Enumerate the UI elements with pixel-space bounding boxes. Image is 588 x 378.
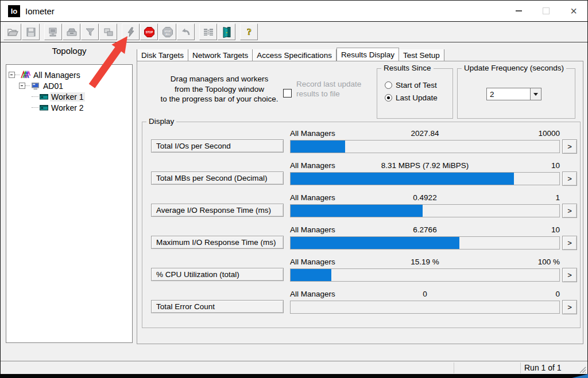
expand-row-button[interactable]: > (562, 139, 577, 154)
tree-connector (25, 85, 30, 87)
drag-hint-line: Drag managers and workers (143, 74, 296, 84)
exit-icon (222, 26, 232, 38)
tree-connector (32, 96, 38, 98)
collapse-icon[interactable] (19, 83, 25, 89)
drag-hint-line: from the Topology window (143, 84, 296, 95)
metric-select-button[interactable]: Total I/Os per Second (151, 139, 284, 153)
metric-select-button[interactable]: Total Error Count (151, 300, 284, 313)
topology-panel: Topology All ManagersAD01Worker 1Worker … (5, 45, 134, 344)
expand-row-button[interactable]: > (562, 300, 577, 314)
expand-row-button[interactable]: > (562, 268, 577, 282)
stop-test-button[interactable]: STOP (140, 24, 158, 40)
update-frequency-value: 2 (487, 90, 530, 99)
metric-select-button[interactable]: Maximum I/O Response Time (ms) (151, 236, 284, 249)
metric-select-button[interactable]: % CPU Utilization (total) (151, 268, 284, 281)
move-workers-button (199, 24, 217, 40)
tree-item-ad01[interactable]: AD01 (6, 80, 132, 91)
new-disk-worker-button (63, 24, 80, 40)
dropdown-button[interactable] (530, 88, 541, 100)
tab-test-setup[interactable]: Test Setup (399, 49, 444, 61)
progress-fill (291, 141, 345, 153)
drag-hint: Drag managers and workers from the Topol… (143, 74, 296, 104)
close-icon: × (570, 5, 577, 17)
chevron-down-icon (533, 93, 538, 96)
maximize-icon (543, 7, 550, 14)
results-since-title: Results Since (381, 64, 434, 72)
progress-fill (291, 173, 514, 185)
status-divider (520, 363, 521, 373)
metric-select-button[interactable]: Total MBs per Second (Decimal) (151, 172, 284, 185)
new-manager-button (44, 24, 62, 40)
collapse-icon[interactable] (9, 72, 15, 78)
expand-row-button[interactable]: > (562, 204, 577, 218)
radio-icon (385, 94, 392, 102)
row-max: 10 (290, 225, 560, 234)
results-since-group: Results Since Start of Test Last Update (377, 68, 453, 119)
radio-start-of-test-label: Start of Test (396, 81, 437, 89)
topology-title: Topology (5, 46, 134, 56)
results-display-page: Drag managers and workers from the Topol… (137, 61, 583, 344)
tab-disk-targets[interactable]: Disk Targets (137, 49, 188, 61)
row-max: 10000 (290, 129, 560, 138)
start-tests-button (122, 24, 140, 40)
progress-bar[interactable] (290, 236, 560, 250)
update-frequency-select[interactable]: 2 (486, 88, 541, 100)
drag-hint-line: to the progress bar of your choice. (143, 94, 296, 104)
close-button[interactable]: × (560, 1, 587, 21)
maximize-button[interactable] (532, 1, 560, 21)
help-button[interactable]: ? (240, 24, 258, 40)
resize-grip[interactable] (578, 365, 586, 373)
status-divider (454, 363, 454, 373)
progress-bar[interactable] (290, 268, 560, 282)
tree-item-worker-2[interactable]: Worker 2 (6, 102, 132, 113)
stop-test-icon: STOP (144, 26, 155, 38)
new-disk-worker-icon (66, 27, 78, 37)
tab-results-display[interactable]: Results Display (336, 48, 399, 61)
minimize-icon (516, 10, 522, 11)
open-config-button (3, 24, 21, 40)
tree-item-all-managers[interactable]: All Managers (6, 69, 132, 80)
progress-bar[interactable] (290, 301, 560, 314)
reset-workers-icon (181, 27, 191, 37)
progress-bar[interactable] (290, 204, 560, 217)
topology-tree: All ManagersAD01Worker 1Worker 2 (6, 64, 133, 343)
result-row: All Managers6.276610Maximum I/O Response… (142, 225, 580, 255)
row-max: 1 (290, 193, 560, 202)
progress-bar[interactable] (290, 172, 560, 185)
exit-button[interactable] (218, 24, 235, 40)
record-results-label: Record last update results to file (296, 79, 370, 99)
row-max: 0 (290, 290, 560, 298)
row-max: 100 % (290, 258, 560, 266)
minimize-button[interactable] (505, 1, 532, 21)
duplicate-worker-icon (103, 27, 114, 37)
result-row: All Managers15.19 %100 %% CPU Utilizatio… (142, 258, 580, 287)
run-status: Run 1 of 1 (524, 363, 562, 372)
progress-fill (291, 269, 331, 281)
tree-item-label: Worker 2 (50, 103, 85, 112)
expand-row-button[interactable]: > (562, 236, 577, 250)
progress-bar[interactable] (290, 140, 560, 153)
reset-workers-button (177, 24, 195, 40)
radio-start-of-test[interactable]: Start of Test (385, 81, 437, 89)
record-results-checkbox (283, 89, 292, 98)
display-group: Display All Managers2027.8410000Total I/… (142, 122, 581, 328)
svg-text:STOP: STOP (145, 30, 152, 33)
worker-icon (40, 93, 48, 100)
result-row: All Managers8.31 MBPS (7.92 MiBPS)10Tota… (142, 161, 580, 191)
tab-access-specifications[interactable]: Access Specifications (253, 49, 336, 61)
save-config-button (22, 24, 40, 40)
stop-all-tests-icon: STOPALL (162, 26, 173, 38)
save-config-icon (26, 27, 36, 37)
title-bar: Io Iometer × (1, 1, 587, 22)
expand-row-button[interactable]: > (562, 172, 577, 186)
start-tests-icon (126, 27, 136, 37)
tab-network-targets[interactable]: Network Targets (188, 49, 253, 61)
radio-last-update[interactable]: Last Update (385, 93, 438, 102)
all-managers-icon (21, 71, 30, 79)
radio-icon (385, 81, 392, 89)
duplicate-worker-button (99, 24, 117, 40)
metric-select-button[interactable]: Average I/O Response Time (ms) (151, 204, 284, 217)
svg-text:?: ? (247, 27, 252, 37)
tree-item-worker-1[interactable]: Worker 1 (6, 91, 132, 102)
tree-connector (32, 107, 38, 108)
